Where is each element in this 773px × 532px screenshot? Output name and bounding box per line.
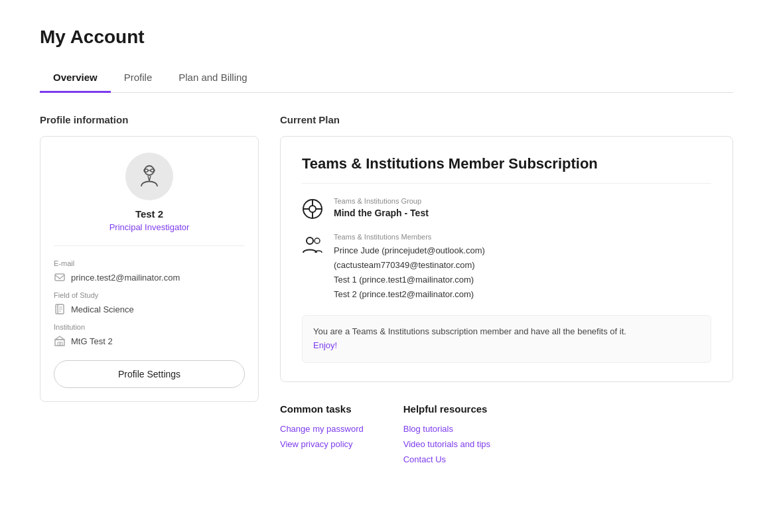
member-2: (cactusteam770349@testinator.com) xyxy=(334,258,485,273)
common-tasks-col: Common tasks Change my password View pri… xyxy=(280,403,364,470)
user-name: Test 2 xyxy=(135,208,163,220)
current-plan-title: Current Plan xyxy=(280,114,733,125)
email-value: prince.test2@mailinator.com xyxy=(71,273,180,283)
field-of-study-section: Field of Study Medical Science xyxy=(54,291,245,315)
page-title: My Account xyxy=(40,27,733,48)
members-icon xyxy=(302,234,323,255)
email-section: E-mail prince.test2@mailinator.com xyxy=(54,259,245,283)
member-1: Prince Jude (princejudet@outlook.com) xyxy=(334,243,485,258)
group-value: Mind the Graph - Test xyxy=(334,208,429,218)
field-of-study-row: Medical Science xyxy=(54,303,245,315)
members-label: Teams & Institutions Members xyxy=(334,233,485,241)
plan-message-enjoy: Enjoy! xyxy=(313,340,337,350)
profile-settings-button[interactable]: Profile Settings xyxy=(54,360,245,388)
profile-info-title: Profile information xyxy=(40,114,259,125)
profile-card: Test 2 Principal Investigator E-mail pri… xyxy=(40,136,259,402)
plan-message: You are a Teams & Institutions subscript… xyxy=(302,315,711,363)
video-tutorials-link[interactable]: Video tutorials and tips xyxy=(403,439,490,449)
helpful-resources-title: Helpful resources xyxy=(403,403,490,415)
plan-members-section: Teams & Institutions Members Prince Jude… xyxy=(302,233,711,302)
group-content: Teams & Institutions Group Mind the Grap… xyxy=(334,197,429,218)
page-wrapper: My Account Overview Profile Plan and Bil… xyxy=(0,0,773,532)
user-avatar-icon xyxy=(135,161,164,192)
member-3: Test 1 (prince.test1@mailinator.com) xyxy=(334,273,485,287)
tab-plan-billing[interactable]: Plan and Billing xyxy=(165,64,260,93)
members-content: Teams & Institutions Members Prince Jude… xyxy=(334,233,485,302)
tabs-nav: Overview Profile Plan and Billing xyxy=(40,64,733,93)
change-password-link[interactable]: Change my password xyxy=(280,424,364,434)
institution-row: MtG Test 2 xyxy=(54,335,245,347)
plan-title: Teams & Institutions Member Subscription xyxy=(302,155,711,184)
contact-us-link[interactable]: Contact Us xyxy=(403,454,490,464)
left-panel: Profile information xyxy=(40,114,259,402)
email-row: prince.test2@mailinator.com xyxy=(54,271,245,283)
common-tasks-title: Common tasks xyxy=(280,403,364,415)
bottom-section: Common tasks Change my password View pri… xyxy=(280,403,733,470)
blog-tutorials-link[interactable]: Blog tutorials xyxy=(403,424,490,434)
group-icon xyxy=(302,198,323,220)
tab-overview[interactable]: Overview xyxy=(40,64,111,93)
plan-card: Teams & Institutions Member Subscription… xyxy=(280,136,733,382)
institution-icon xyxy=(54,335,66,347)
field-of-study-value: Medical Science xyxy=(71,304,134,314)
user-role: Principal Investigator xyxy=(109,222,190,232)
privacy-policy-link[interactable]: View privacy policy xyxy=(280,439,364,449)
plan-group-section: Teams & Institutions Group Mind the Grap… xyxy=(302,197,711,220)
plan-message-text: You are a Teams & Institutions subscript… xyxy=(313,326,626,336)
avatar-section: Test 2 Principal Investigator xyxy=(54,153,245,246)
right-panel: Current Plan Teams & Institutions Member… xyxy=(280,114,733,470)
svg-point-19 xyxy=(307,237,313,244)
mail-icon xyxy=(54,271,66,283)
email-label: E-mail xyxy=(54,259,245,267)
svg-point-20 xyxy=(315,238,320,243)
field-of-study-label: Field of Study xyxy=(54,291,245,299)
tab-profile[interactable]: Profile xyxy=(111,64,166,93)
svg-rect-4 xyxy=(55,274,64,281)
svg-point-14 xyxy=(309,206,316,212)
members-list: Prince Jude (princejudet@outlook.com) (c… xyxy=(334,243,485,302)
helpful-resources-col: Helpful resources Blog tutorials Video t… xyxy=(403,403,490,470)
group-label: Teams & Institutions Group xyxy=(334,197,429,205)
content-area: Profile information xyxy=(40,114,733,470)
member-4: Test 2 (prince.test2@mailinator.com) xyxy=(334,287,485,302)
field-of-study-icon xyxy=(54,303,66,315)
avatar xyxy=(125,153,173,200)
institution-section: Institution MtG Test 2 xyxy=(54,323,245,347)
institution-value: MtG Test 2 xyxy=(71,336,113,346)
institution-label: Institution xyxy=(54,323,245,331)
